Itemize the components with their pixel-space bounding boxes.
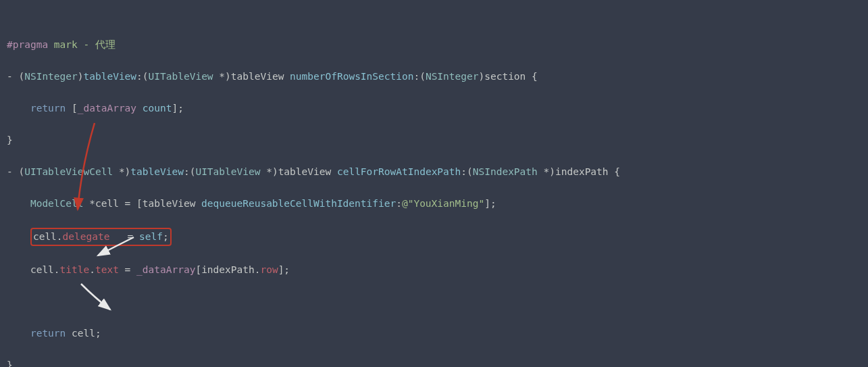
code-line-1: #pragma mark - 代理: [7, 37, 861, 53]
code-line-6: ModelCell *cell = [tableView dequeueReus…: [7, 196, 861, 212]
annotation-arrows: [0, 0, 868, 367]
code-line-8: cell.title.text = _dataArray[indexPath.r…: [7, 262, 861, 278]
code-line-4: }: [7, 132, 861, 148]
highlight-box: cell.delegate = self;: [30, 228, 172, 246]
code-blank-9: [7, 294, 861, 310]
code-line-11: }: [7, 358, 861, 367]
code-line-7: cell.delegate = self;: [7, 228, 861, 246]
code-line-10: return cell;: [7, 326, 861, 341]
code-line-5: - (UITableViewCell *)tableView:(UITableV…: [7, 164, 861, 180]
code-line-3: return [_dataArray count];: [7, 101, 861, 116]
code-line-2: - (NSInteger)tableView:(UITableView *)ta…: [7, 69, 861, 84]
